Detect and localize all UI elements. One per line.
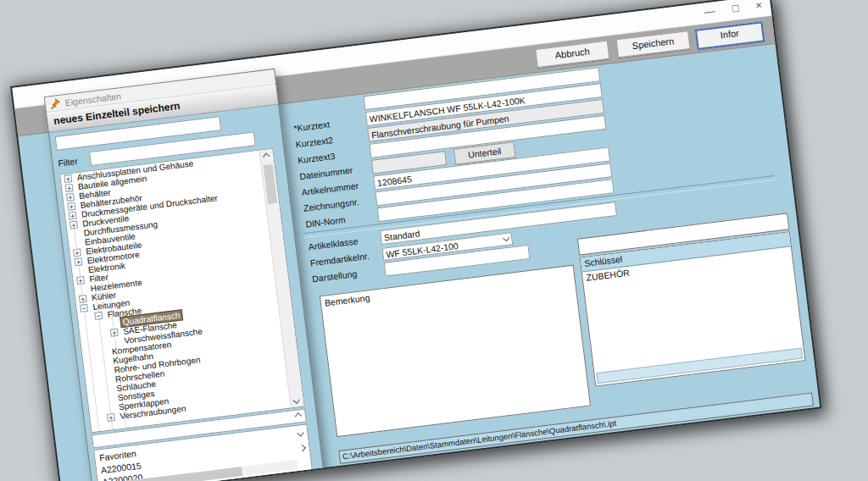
desktop-background: — □ × Abbruch Speichern Infor *Kurztext … — [0, 0, 868, 481]
tree-connector — [75, 270, 86, 272]
minimize-icon[interactable]: — — [704, 3, 716, 19]
tree-connector — [101, 361, 112, 362]
scroll-up-icon[interactable] — [263, 153, 270, 160]
expand-icon[interactable]: + — [110, 329, 119, 337]
tree-connector — [112, 341, 123, 343]
tree-connector — [106, 407, 117, 409]
category-tree-panel: +Anschlussplatten und Gehäuse+Bauteile a… — [59, 148, 305, 434]
expand-icon[interactable]: + — [73, 248, 81, 257]
collapse-icon[interactable]: − — [80, 304, 88, 312]
filter-label: Filter — [58, 155, 84, 169]
expand-icon[interactable]: + — [67, 202, 75, 211]
tree-connector — [71, 233, 82, 235]
properties-form: *Kurztext Kurztext2 Kurztext3 Dateinumme… — [287, 42, 821, 467]
expand-icon[interactable]: + — [76, 276, 85, 285]
scroll-up-icon[interactable] — [295, 412, 302, 419]
pushpin-icon — [49, 97, 61, 109]
expand-icon[interactable]: + — [79, 295, 87, 303]
expand-icon[interactable]: + — [69, 212, 77, 220]
scroll-down-icon[interactable] — [292, 396, 299, 403]
tree-connector — [104, 389, 115, 390]
schluessel-group: Schlüssel ZUBEHÖR — [580, 231, 806, 386]
main-window: — □ × Abbruch Speichern Infor *Kurztext … — [10, 0, 821, 481]
schluessel-scrollbar[interactable] — [596, 348, 803, 384]
tree-connector — [78, 289, 89, 290]
tree-connector — [99, 351, 110, 353]
tree-connector — [72, 242, 83, 244]
category-tree: +Anschlussplatten und Gehäuse+Bauteile a… — [60, 151, 292, 433]
tree-connector — [109, 323, 120, 324]
eigenschaften-dialog: Eigenschaften neues Einzelteil speichern… — [44, 69, 332, 481]
tree-connector — [102, 370, 113, 372]
field-label — [292, 103, 364, 112]
expand-icon[interactable]: + — [70, 221, 78, 229]
expand-icon[interactable]: + — [66, 193, 75, 202]
expand-icon[interactable]: + — [74, 257, 82, 266]
bemerkung-group: Bemerkung — [320, 265, 591, 438]
tree-connector — [105, 398, 116, 400]
expand-icon[interactable]: + — [65, 184, 74, 192]
maximize-icon[interactable]: □ — [732, 1, 740, 17]
tree-connector — [103, 379, 114, 381]
expand-icon[interactable]: + — [64, 174, 72, 183]
expand-icon[interactable]: + — [107, 413, 115, 422]
scrollbar-thumb[interactable] — [264, 164, 278, 204]
collapse-icon[interactable]: − — [94, 312, 103, 320]
close-icon[interactable]: × — [754, 0, 763, 14]
